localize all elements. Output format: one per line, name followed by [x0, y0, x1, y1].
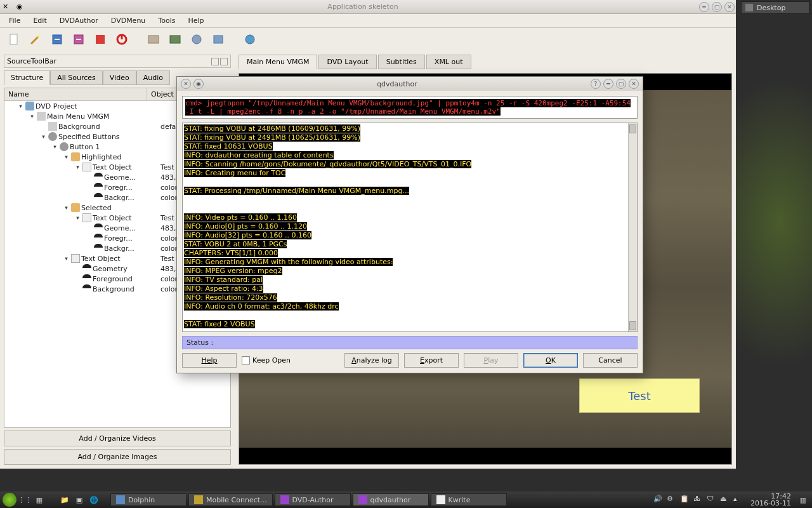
tray-icon[interactable]: 🖧 — [693, 495, 704, 505]
tray-icon[interactable]: ⚙ — [667, 495, 677, 505]
expand-icon[interactable]: ▾ — [17, 103, 24, 109]
expand-icon[interactable]: ▾ — [63, 204, 70, 211]
close-button[interactable]: ✕ — [724, 2, 735, 12]
toolbar-new-icon[interactable] — [5, 30, 23, 48]
tree-header-name[interactable]: Name — [4, 88, 147, 100]
person-icon — [71, 152, 80, 161]
quick-launch-terminal-icon[interactable]: ▣ — [73, 493, 86, 506]
tab-audio[interactable]: Audio — [136, 70, 170, 85]
tab-xml-out[interactable]: XML out — [426, 55, 471, 69]
activity-icon[interactable]: ⋮⋮ — [18, 493, 31, 506]
tray-expand-icon[interactable]: ▴ — [733, 495, 743, 505]
keep-open-checkbox[interactable]: Keep Open — [242, 356, 291, 364]
pin-icon[interactable]: ◉ — [16, 3, 25, 11]
kwrite-icon — [436, 495, 445, 504]
toolbar-picture-icon[interactable] — [145, 30, 162, 48]
clock[interactable]: 17:42 2016-03-11 — [750, 493, 791, 507]
tree-item-label: Selected — [81, 204, 112, 212]
quick-launch-dolphin-icon[interactable]: 📁 — [58, 493, 71, 506]
expand-icon[interactable]: ▾ — [74, 164, 81, 170]
toolbar-wizard-icon[interactable] — [27, 30, 44, 48]
expand-icon[interactable]: ▾ — [63, 154, 70, 160]
expand-icon[interactable]: ▾ — [63, 255, 70, 262]
scroll-up-icon[interactable] — [629, 124, 636, 133]
menu-tools[interactable]: Tools — [152, 15, 181, 26]
menu-help[interactable]: Help — [181, 15, 210, 26]
expand-icon[interactable]: ▾ — [51, 144, 58, 150]
tab-video[interactable]: Video — [103, 70, 136, 85]
minimize-button[interactable]: ━ — [699, 2, 709, 12]
dialog-titlebar[interactable]: ✕ ◉ qdvdauthor ? ━ ▢ ✕ — [177, 77, 643, 91]
svg-rect-10 — [170, 36, 180, 43]
dialog-close-icon[interactable]: ✕ — [629, 79, 639, 89]
menu-edit[interactable]: Edit — [27, 15, 53, 26]
toolbar-image-icon[interactable] — [70, 30, 88, 48]
dialog-minimize-icon[interactable]: ━ — [603, 79, 613, 89]
tab-structure[interactable]: Structure — [4, 70, 50, 85]
ok-button[interactable]: OK — [523, 353, 578, 368]
analyze-log-button[interactable]: Analyze log — [344, 353, 399, 368]
tab-main-menu-vmgm[interactable]: Main Menu VMGM — [239, 55, 317, 69]
menu-dvdmenu[interactable]: DVDMenu — [105, 15, 152, 26]
source-toolbar-header[interactable]: SourceToolBar — [4, 55, 231, 68]
dialog-appmenu-icon[interactable]: ✕ — [181, 79, 191, 89]
tray-icon[interactable]: 📋 — [680, 495, 690, 505]
preview-button-test[interactable]: Test — [579, 378, 700, 413]
expand-icon[interactable]: ▾ — [40, 133, 47, 140]
toolbar-audio-icon[interactable] — [209, 30, 227, 48]
toolbar-film-icon[interactable] — [188, 30, 206, 48]
tray-icon[interactable]: 🛡 — [707, 495, 717, 505]
log-scrollbar[interactable] — [628, 123, 637, 331]
export-button[interactable]: Export — [404, 353, 459, 368]
scroll-down-icon[interactable] — [629, 321, 636, 330]
show-desktop-icon[interactable]: ▥ — [797, 493, 809, 506]
log-line: INFO: dvdauthor creating table of conten… — [184, 151, 334, 159]
tab-dvd-layout[interactable]: DVD Layout — [318, 55, 376, 69]
detach-icon[interactable] — [211, 58, 219, 65]
toolbar-photo-icon[interactable] — [166, 30, 184, 48]
app-menu-icon[interactable]: ✕ — [3, 3, 11, 11]
tux-icon — [94, 244, 103, 253]
task-dolphin[interactable]: Dolphin — [110, 493, 187, 506]
help-button[interactable]: Help — [182, 353, 237, 368]
dialog-help-icon[interactable]: ? — [591, 79, 601, 89]
add-organize-images-button[interactable]: Add / Organize Images — [4, 449, 231, 465]
tab-subtitles[interactable]: Subtitles — [378, 55, 425, 69]
tree-item-label: Text Object — [93, 214, 132, 222]
cancel-button[interactable]: Cancel — [583, 353, 638, 368]
dialog-pin-icon[interactable]: ◉ — [193, 79, 204, 89]
toolbar-edit-icon[interactable] — [48, 30, 66, 48]
add-organize-videos-button[interactable]: Add / Organize Videos — [4, 431, 231, 446]
command-text: cmd> jpegtopnm "/tmp/Unnamed/Main Menu V… — [185, 99, 631, 116]
task-kwrite[interactable]: Kwrite — [431, 493, 507, 506]
task-mobile-connect[interactable]: Mobile Connect... — [188, 493, 273, 506]
log-output[interactable]: STAT: fixing VOBU at 2486MB (10609/10631… — [182, 123, 638, 332]
svg-rect-3 — [55, 39, 60, 40]
tree-item-label: Geome... — [104, 173, 136, 182]
expand-icon[interactable]: ▾ — [29, 113, 36, 119]
svg-point-13 — [246, 35, 254, 44]
tray-icon[interactable]: 🔊 — [653, 495, 664, 505]
desktop-pager[interactable]: Desktop — [741, 1, 809, 14]
tab-all-sources[interactable]: All Sources — [50, 70, 103, 85]
toolbar-power-icon[interactable] — [113, 30, 131, 48]
toolbar-author-icon[interactable] — [91, 30, 109, 48]
command-box[interactable]: cmd> jpegtopnm "/tmp/Unnamed/Main Menu V… — [182, 96, 638, 119]
desktop-label: Desktop — [757, 4, 785, 12]
tux-icon — [94, 183, 103, 192]
dialog-maximize-icon[interactable]: ▢ — [616, 79, 626, 89]
expand-icon[interactable]: ▾ — [74, 215, 81, 221]
pager-icon[interactable]: ▦ — [33, 493, 46, 506]
close-panel-icon[interactable] — [220, 58, 228, 65]
maximize-button[interactable]: ▢ — [712, 2, 722, 12]
task-qdvdauthor[interactable]: qdvdauthor — [353, 493, 429, 506]
tray-icon[interactable]: ⏏ — [720, 495, 730, 505]
txt-icon — [82, 163, 91, 171]
quick-launch-firefox-icon[interactable]: 🌐 — [88, 493, 100, 506]
toolbar-globe-icon[interactable] — [241, 30, 259, 48]
kickoff-launcher-icon[interactable] — [3, 493, 16, 507]
menu-dvdauthor[interactable]: DVDAuthor — [53, 15, 105, 26]
main-window-titlebar[interactable]: ✕ ◉ Application skeleton ━ ▢ ✕ — [0, 0, 736, 14]
task-dvd-author[interactable]: DVD-Author — [275, 493, 351, 506]
menu-file[interactable]: File — [3, 15, 27, 26]
